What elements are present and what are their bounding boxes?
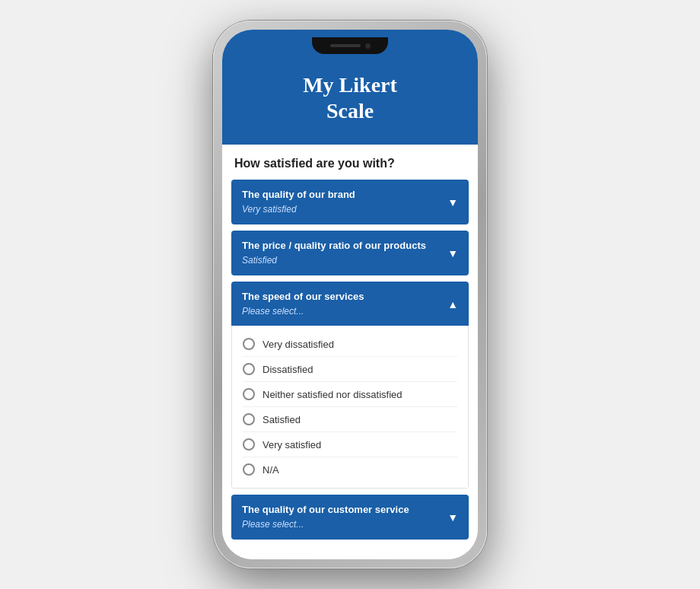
phone-screen: My LikertScale How satisfied are you wit… [222, 30, 478, 559]
accordion-item-speed: The speed of our services Please select.… [231, 282, 469, 489]
accordion-answer-brand: Very satisfied [242, 204, 297, 215]
radio-circle [243, 413, 255, 425]
radio-item-very-dissatisfied[interactable]: Very dissatisfied [243, 332, 457, 357]
phone-wrapper: My LikertScale How satisfied are you wit… [205, 9, 495, 580]
radio-item-satisfied[interactable]: Satisfied [243, 407, 457, 432]
content-area[interactable]: How satisfied are you with? The quality … [222, 145, 478, 559]
radio-item-neither[interactable]: Neither satisfied nor dissatisfied [243, 382, 457, 407]
accordion-question-brand: The quality of our brand [242, 189, 441, 200]
speaker-icon [330, 44, 361, 47]
accordion-header-brand[interactable]: The quality of our brand Very satisfied … [231, 180, 469, 224]
radio-label-na: N/A [262, 464, 279, 476]
app-title: My LikertScale [237, 72, 463, 123]
chevron-up-icon-speed: ▲ [447, 298, 458, 310]
chevron-down-icon-brand: ▼ [447, 196, 458, 209]
phone-frame: My LikertScale How satisfied are you wit… [213, 21, 487, 568]
radio-label-satisfied: Satisfied [262, 414, 301, 425]
accordion-item-price-quality: The price / quality ratio of our product… [231, 231, 469, 275]
radio-item-na[interactable]: N/A [243, 457, 457, 482]
notch-bar [222, 30, 478, 57]
radio-circle [243, 363, 255, 375]
accordion-question-speed: The speed of our services [242, 291, 441, 302]
radio-label-very-satisfied: Very satisfied [262, 439, 321, 451]
radio-label-very-dissatisfied: Very dissatisfied [262, 339, 334, 350]
accordion-answer-price-quality: Satisfied [242, 255, 277, 266]
radio-item-dissatisfied[interactable]: Dissatisfied [243, 357, 457, 382]
radio-circle [243, 388, 255, 400]
notch [312, 37, 388, 54]
app-header: My LikertScale [222, 57, 478, 145]
accordion-header-price-quality[interactable]: The price / quality ratio of our product… [231, 231, 469, 275]
accordion-item-brand: The quality of our brand Very satisfied … [231, 180, 469, 224]
chevron-down-icon-customer-service: ▼ [447, 511, 458, 524]
radio-list-speed: Very dissatisfied Dissatisfied Neither s… [231, 326, 469, 489]
accordion-header-customer-service[interactable]: The quality of our customer service Plea… [231, 495, 469, 540]
scroll-padding [222, 546, 478, 559]
accordion-answer-speed: Please select... [242, 306, 304, 317]
radio-circle [243, 438, 255, 451]
accordion-header-speed[interactable]: The speed of our services Please select.… [231, 282, 469, 326]
accordion-answer-customer-service: Please select... [242, 519, 304, 530]
chevron-down-icon-price-quality: ▼ [447, 247, 458, 259]
accordion-question-customer-service: The quality of our customer service [242, 504, 441, 515]
radio-item-very-satisfied[interactable]: Very satisfied [243, 432, 457, 457]
accordion-question-price-quality: The price / quality ratio of our product… [242, 240, 441, 251]
section-title: How satisfied are you with? [222, 145, 478, 180]
radio-circle [243, 463, 255, 476]
camera-icon [365, 43, 371, 49]
radio-circle [243, 338, 255, 350]
radio-label-neither: Neither satisfied nor dissatisfied [262, 389, 402, 400]
accordion-item-customer-service: The quality of our customer service Plea… [231, 495, 469, 540]
radio-label-dissatisfied: Dissatisfied [262, 364, 313, 375]
